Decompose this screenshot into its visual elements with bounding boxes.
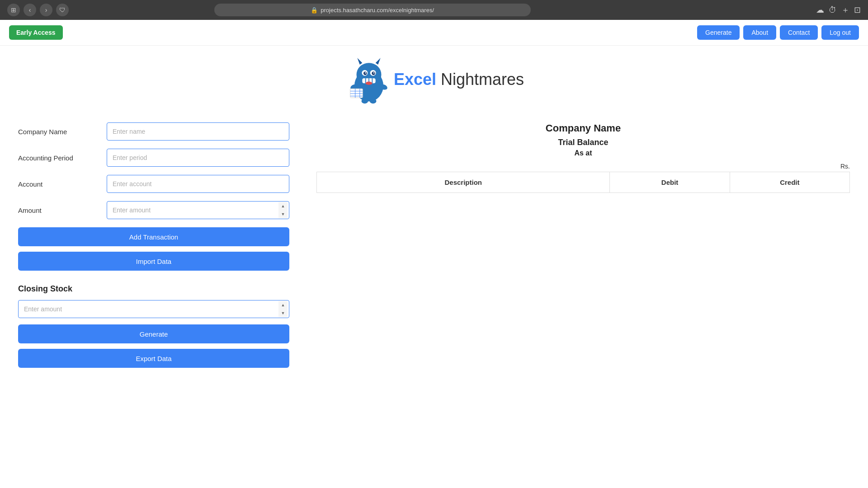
svg-point-24: [370, 99, 377, 103]
generate-nav-button[interactable]: Generate: [697, 25, 740, 40]
account-input[interactable]: [107, 175, 289, 193]
amount-decrement[interactable]: ▼: [278, 210, 288, 218]
two-col-layout: Company Name Accounting Period Account A…: [18, 122, 850, 373]
generate-button[interactable]: Generate: [18, 324, 289, 343]
app-title: Excel Nightmares: [394, 70, 524, 89]
svg-marker-2: [357, 58, 362, 65]
export-data-button[interactable]: Export Data: [18, 349, 289, 368]
tabs-icon[interactable]: ⊡: [854, 5, 861, 15]
svg-rect-17: [350, 89, 363, 98]
closing-stock-increment[interactable]: ▲: [278, 301, 288, 309]
tb-currency: Rs.: [316, 163, 850, 170]
closing-stock-spinner: ▲ ▼: [278, 301, 288, 317]
tb-col-debit: Debit: [610, 172, 730, 193]
amount-row: Amount ▲ ▼: [18, 201, 289, 219]
import-data-button[interactable]: Import Data: [18, 252, 289, 271]
svg-point-23: [361, 99, 368, 103]
logout-button[interactable]: Log out: [821, 25, 859, 40]
svg-marker-3: [376, 58, 381, 65]
early-access-button[interactable]: Early Access: [9, 25, 63, 40]
tb-company-name: Company Name: [316, 122, 850, 134]
tb-col-credit: Credit: [730, 172, 849, 193]
add-tab-icon[interactable]: ＋: [841, 5, 849, 15]
back-button[interactable]: ‹: [24, 4, 36, 16]
closing-stock-title: Closing Stock: [18, 284, 289, 294]
browser-actions: ☁ ⏱ ＋ ⊡: [816, 5, 861, 15]
address-bar[interactable]: 🔒 projects.hasathcharu.com/excelnightmar…: [214, 4, 531, 16]
forward-button[interactable]: ›: [40, 4, 52, 16]
account-label: Account: [18, 180, 99, 188]
svg-point-8: [365, 72, 366, 74]
add-transaction-button[interactable]: Add Transaction: [18, 227, 289, 246]
main-content: Excel Nightmares Company Name Accounting…: [0, 46, 868, 382]
navbar-left: Early Access: [9, 25, 63, 40]
monster-logo: [344, 55, 394, 104]
shield-icon[interactable]: 🛡: [56, 4, 69, 16]
company-name-row: Company Name: [18, 122, 289, 141]
company-name-label: Company Name: [18, 128, 99, 136]
amount-input[interactable]: [107, 201, 289, 219]
closing-stock-input-wrapper: ▲ ▼: [18, 300, 289, 318]
lock-icon: 🔒: [311, 7, 318, 14]
amount-spinner: ▲ ▼: [278, 202, 288, 218]
trial-balance-table: Description Debit Credit: [316, 172, 850, 193]
transaction-buttons: Add Transaction Import Data: [18, 227, 289, 271]
account-row: Account: [18, 175, 289, 193]
svg-point-9: [373, 72, 375, 74]
amount-increment[interactable]: ▲: [278, 202, 288, 210]
closing-stock-decrement[interactable]: ▼: [278, 309, 288, 317]
accounting-period-label: Accounting Period: [18, 154, 99, 162]
app-title-excel: Excel: [394, 70, 436, 89]
company-name-input[interactable]: [107, 122, 289, 141]
trial-balance-section: Company Name Trial Balance As at Rs. Des…: [316, 122, 850, 373]
history-icon[interactable]: ⏱: [829, 5, 837, 15]
svg-point-14: [366, 82, 373, 85]
tb-header-row: Description Debit Credit: [317, 172, 850, 193]
accounting-period-input[interactable]: [107, 149, 289, 167]
tb-title: Trial Balance: [316, 138, 850, 147]
closing-stock-section: Closing Stock ▲ ▼ Generate Export Data: [18, 284, 289, 368]
navbar-right: Generate About Contact Log out: [697, 25, 859, 40]
cloud-icon[interactable]: ☁: [816, 5, 824, 15]
about-nav-button[interactable]: About: [743, 25, 776, 40]
form-section: Company Name Accounting Period Account A…: [18, 122, 289, 373]
app-title-rest: Nightmares: [436, 70, 524, 89]
contact-nav-button[interactable]: Contact: [780, 25, 818, 40]
browser-controls: ⊞ ‹ › 🛡: [7, 4, 69, 16]
accounting-period-row: Accounting Period: [18, 149, 289, 167]
navbar: Early Access Generate About Contact Log …: [0, 20, 868, 46]
amount-wrapper: ▲ ▼: [107, 201, 289, 219]
sidebar-toggle[interactable]: ⊞: [7, 4, 20, 16]
tb-as-at: As at: [316, 149, 850, 157]
closing-stock-input[interactable]: [18, 300, 289, 318]
amount-label: Amount: [18, 206, 99, 214]
url-text: projects.hasathcharu.com/excelnightmares…: [321, 7, 434, 14]
app-header: Excel Nightmares: [18, 55, 850, 104]
browser-chrome: ⊞ ‹ › 🛡 🔒 projects.hasathcharu.com/excel…: [0, 0, 868, 20]
tb-col-description: Description: [317, 172, 610, 193]
